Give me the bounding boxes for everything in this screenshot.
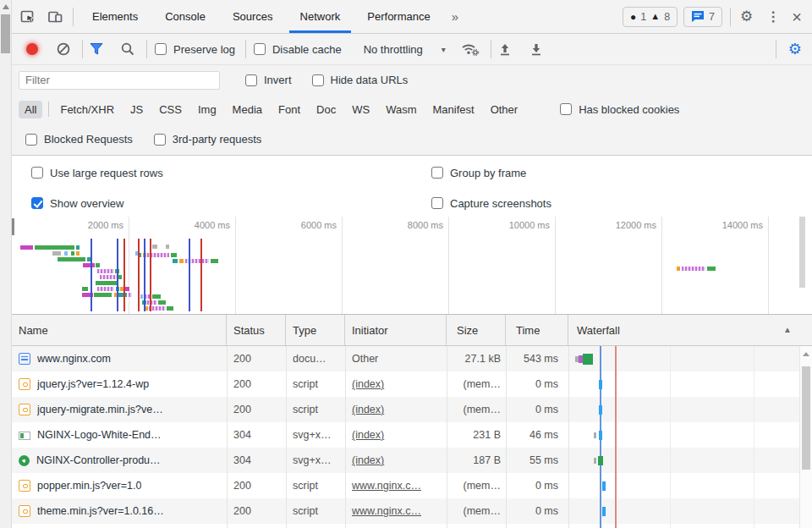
column-header-waterfall[interactable]: Waterfall	[568, 315, 812, 345]
tab-sources[interactable]: Sources	[219, 0, 287, 33]
options-row-2: Show overview Capture screenshots	[12, 190, 812, 217]
size-cell: 187 B	[447, 448, 506, 473]
initiator-link[interactable]: (index)	[352, 454, 384, 466]
page-scrollbar-thumb[interactable]	[1, 14, 10, 53]
initiator-link[interactable]: www.nginx.c…	[352, 505, 421, 517]
column-header-time[interactable]: Time	[506, 315, 568, 345]
column-header-size[interactable]: Size	[447, 315, 506, 345]
inspect-element-button[interactable]	[19, 8, 37, 26]
initiator-cell: www.nginx.c…	[345, 473, 447, 498]
device-toolbar-button[interactable]	[46, 8, 64, 26]
overview-scrollbar	[799, 217, 805, 288]
close-devtools-button[interactable]: ×	[786, 8, 812, 25]
request-row[interactable]: NGINX-Controller-produ…304svg+x…(index)1…	[12, 448, 812, 473]
divider	[73, 8, 74, 26]
settings-button[interactable]: ⚙	[732, 9, 760, 24]
capture-screenshots-checkbox[interactable]	[431, 197, 443, 209]
overview-request-bar	[677, 267, 680, 271]
gear-icon: ⚙	[740, 8, 753, 25]
customize-menu-button[interactable]: ⋮	[760, 8, 786, 25]
third-party-requests-checkbox[interactable]	[154, 134, 166, 146]
initiator-link[interactable]: www.nginx.c…	[352, 480, 421, 492]
tab-elements[interactable]: Elements	[79, 0, 151, 33]
script-icon	[19, 404, 30, 415]
request-row[interactable]: theme.min.js?ver=1.0.16…200scriptwww.ngi…	[12, 498, 812, 524]
filter-type-js[interactable]: JS	[124, 101, 149, 118]
has-blocked-cookies-checkbox[interactable]	[560, 103, 572, 115]
clear-network-log-button[interactable]	[56, 41, 71, 57]
filter-toggle-button[interactable]	[89, 42, 104, 56]
import-har-button[interactable]	[498, 42, 512, 57]
messages-badge[interactable]: 7	[683, 7, 722, 27]
table-scrollbar[interactable]	[799, 346, 812, 528]
blocked-requests-label: Blocked Requests	[44, 133, 133, 146]
filter-type-wasm[interactable]: Wasm	[380, 101, 422, 118]
filter-type-other[interactable]: Other	[485, 101, 524, 118]
filter-type-fetch-xhr[interactable]: Fetch/XHR	[54, 101, 120, 118]
show-overview-checkbox[interactable]	[31, 197, 43, 209]
column-header-type[interactable]: Type	[286, 315, 345, 345]
sort-asc-icon[interactable]: ▲	[783, 326, 792, 334]
scroll-up-icon[interactable]	[803, 352, 809, 356]
status-cell: 304	[227, 448, 286, 473]
overview-request-bar	[83, 263, 95, 267]
filter-type-css[interactable]: CSS	[153, 101, 188, 118]
tab-network[interactable]: Network	[287, 0, 354, 33]
initiator-link[interactable]: (index)	[352, 404, 384, 415]
request-row[interactable]: www.nginx.com200docu…Other27.1 kB543 ms	[12, 346, 812, 371]
export-har-button[interactable]	[529, 42, 543, 57]
network-settings-button[interactable]: ⚙	[781, 41, 809, 57]
hide-data-urls-checkbox[interactable]	[312, 74, 324, 86]
overview-request-bar	[35, 245, 74, 250]
scroll-up-icon[interactable]	[3, 4, 9, 9]
disable-cache-checkbox[interactable]	[254, 43, 266, 55]
overview-request-bar	[129, 293, 132, 297]
overview-resize-handle[interactable]	[12, 218, 14, 235]
import-har-icon	[498, 42, 512, 57]
table-scrollbar-thumb[interactable]	[802, 366, 810, 470]
column-header-name[interactable]: Name	[12, 315, 227, 345]
filter-input[interactable]	[19, 71, 220, 90]
filter-type-img[interactable]: Img	[192, 101, 222, 118]
filter-type-ws[interactable]: WS	[346, 101, 376, 118]
search-button[interactable]	[120, 41, 135, 57]
initiator-link[interactable]: (index)	[352, 378, 384, 390]
more-tabs-button[interactable]: »	[444, 9, 466, 24]
throttling-select[interactable]: No throttling ▾	[364, 43, 446, 56]
request-row[interactable]: jquery.js?ver=1.12.4-wp200script(index)(…	[12, 371, 812, 397]
overview-gridline	[235, 217, 236, 314]
issues-badge[interactable]: ● 1 ▲ 8	[623, 7, 678, 27]
type-cell: svg+x…	[286, 448, 345, 473]
gear-icon: ⚙	[788, 41, 802, 58]
request-row[interactable]: NGINX-Logo-White-End…304svg+x…(index)231…	[12, 422, 812, 448]
third-party-requests-option: 3rd-party requests	[154, 133, 262, 146]
initiator-cell: (index)	[345, 371, 447, 397]
tab-performance[interactable]: Performance	[354, 0, 443, 33]
request-row[interactable]: jquery-migrate.min.js?ve…200script(index…	[12, 397, 812, 422]
waterfall-bar	[602, 507, 606, 516]
group-by-frame-checkbox[interactable]	[431, 167, 443, 179]
invert-checkbox[interactable]	[245, 74, 257, 86]
network-conditions-button[interactable]	[461, 41, 480, 57]
column-header-initiator[interactable]: Initiator	[345, 315, 447, 345]
overview-pane[interactable]: 2000 ms4000 ms6000 ms8000 ms10000 ms1200…	[12, 217, 812, 315]
blocked-requests-checkbox[interactable]	[25, 134, 37, 146]
column-header-status[interactable]: Status	[227, 315, 286, 345]
filter-type-doc[interactable]: Doc	[310, 101, 342, 118]
overview-request-bar	[100, 275, 117, 279]
overview-request-bar	[97, 287, 114, 291]
waterfall-bar	[594, 432, 596, 438]
record-network-log-button[interactable]	[26, 43, 38, 55]
type-cell: script	[286, 371, 345, 397]
initiator-link[interactable]: (index)	[352, 429, 384, 441]
filter-type-manifest[interactable]: Manifest	[426, 101, 480, 118]
type-cell: script	[286, 397, 345, 422]
filter-type-media[interactable]: Media	[227, 101, 268, 118]
preserve-log-checkbox[interactable]	[155, 43, 167, 55]
tab-console[interactable]: Console	[151, 0, 219, 33]
use-large-rows-checkbox[interactable]	[31, 167, 43, 179]
request-row[interactable]: popper.min.js?ver=1.0200scriptwww.nginx.…	[12, 473, 812, 498]
filter-type-all[interactable]: All	[19, 101, 42, 118]
page-scrollbar[interactable]	[0, 0, 12, 528]
filter-type-font[interactable]: Font	[272, 101, 306, 118]
